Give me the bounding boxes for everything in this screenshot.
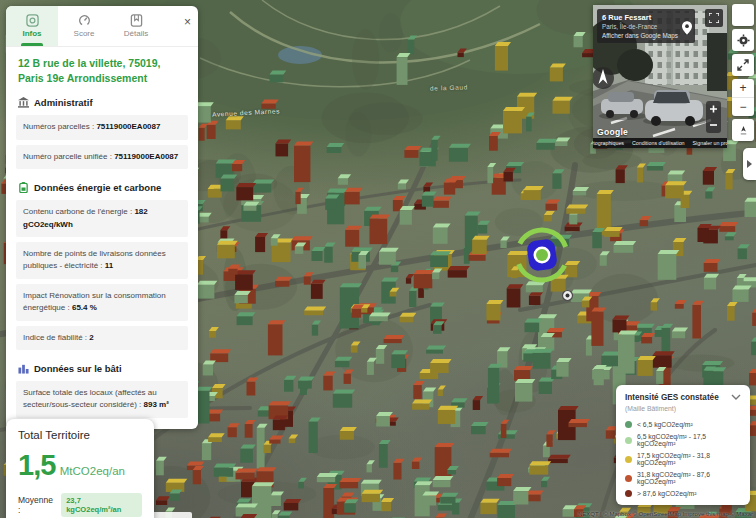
total-title: Total Territoire (18, 429, 142, 441)
map-toolbar: + − (732, 4, 754, 141)
street-view-panel[interactable]: 6 Rue Fessart Paris, Île-de-France Affic… (593, 5, 727, 148)
tab-infos[interactable]: Infos (6, 6, 58, 46)
tab-score[interactable]: Score (58, 6, 110, 46)
location-pin-icon (682, 21, 692, 35)
battery-energy-icon (18, 182, 29, 193)
data-row: Numéro parcelle unifiée : 75119000EA0087 (16, 145, 188, 169)
row-value: 75119000EA0087 (96, 122, 160, 131)
address-title: 12 B rue de la villette, 75019, Paris 19… (6, 47, 198, 89)
geolocate-button[interactable] (732, 29, 754, 51)
street-view-compass[interactable] (593, 67, 614, 89)
map-attribution: NEXQT | © Mapbox © OpenStreetMap Improve… (578, 511, 753, 517)
legend-color-dot (625, 475, 632, 482)
zoom-control: + − (732, 79, 754, 116)
chevron-down-icon[interactable] (731, 393, 741, 401)
open-in-google-maps-link[interactable]: Afficher dans Google Maps (602, 32, 681, 39)
infos-icon (26, 14, 39, 27)
section-energie-carbone: Données énergie et carbone (6, 174, 198, 195)
total-value: 1,5 (18, 449, 55, 481)
legend-color-dot (625, 437, 632, 444)
tab-label: Détails (124, 29, 148, 38)
legend-panel: Intensité GES constatée (Maille Bâtiment… (616, 385, 750, 505)
target-icon (737, 34, 750, 47)
street-view-region: Paris, Île-de-France (602, 23, 681, 30)
legend-color-dot (625, 456, 632, 463)
legend-item-label: > 87,6 kgCO2eq/m² (637, 490, 697, 497)
street-view-zoom-control[interactable] (706, 101, 721, 133)
street-view-marker[interactable] (505, 218, 579, 292)
data-row: Nombre de points de livraisons données p… (16, 242, 188, 279)
buildings-chart-icon (18, 363, 29, 374)
compass-needle-icon (738, 125, 749, 136)
zoom-in-button[interactable]: + (732, 79, 754, 98)
chevron-right-icon (747, 160, 752, 168)
street-view-point-icon[interactable] (561, 289, 574, 302)
zoom-out-button[interactable]: − (732, 98, 754, 116)
legend-item-label: 17,5 kgCO2eq/m² - 31,8 kgCO2eq/m² (637, 452, 741, 466)
section-label: Administratif (34, 97, 93, 108)
legend-item: 31,8 kgCO2eq/m² - 87,6 kgCO2eq/m² (625, 471, 741, 485)
row-label: Contenu carbone de l'énergie : (23, 207, 132, 216)
data-row: Numéros parcelles : 75119000EA0087 (16, 115, 188, 139)
row-label: Nombre de points de livraisons données p… (23, 249, 166, 270)
row-label: Indice de fiabilité : (23, 333, 87, 342)
data-row: Indice de fiabilité : 2 (16, 326, 188, 350)
terms-link[interactable]: Conditions d'utilisation (632, 140, 685, 146)
legend-item: 17,5 kgCO2eq/m² - 31,8 kgCO2eq/m² (625, 452, 741, 466)
tab-label: Score (74, 29, 95, 38)
section-bati: Données sur le bâti (6, 355, 198, 376)
section-label: Données énergie et carbone (34, 182, 161, 193)
info-panel: Infos Score Détails × 12 B rue de la vil… (6, 6, 198, 429)
row-label: Numéros parcelles : (23, 122, 94, 131)
street-view-header: 6 Rue Fessart Paris, Île-de-France Affic… (597, 9, 695, 43)
panel-expand-button[interactable] (743, 148, 756, 180)
score-gauge-icon (78, 14, 91, 27)
row-label: Numéro parcelle unifiée : (23, 152, 112, 161)
street-view-fullscreen-button[interactable] (705, 9, 723, 27)
street-label: de la Gaud (430, 83, 468, 91)
total-territoire-card: Total Territoire 1,5 MtCO2eq/an Moyenne … (6, 419, 154, 518)
tab-details[interactable]: Détails (110, 6, 162, 46)
row-value: 65.4 % (72, 303, 97, 312)
row-value: 893 m² (144, 400, 169, 409)
details-bookmark-icon (130, 14, 143, 27)
fullscreen-map-button[interactable] (732, 54, 754, 76)
data-row: Impact Rénovation sur la consommation én… (16, 284, 188, 321)
tab-label: Infos (22, 29, 41, 38)
section-administratif: Administratif (6, 89, 198, 110)
street-view-terms-bar: cartographiques Conditions d'utilisation… (593, 138, 727, 148)
terms-link[interactable]: cartographiques (593, 140, 624, 146)
data-row: Surface totale des locaux (affectés au s… (16, 381, 188, 418)
fullscreen-icon (709, 13, 719, 23)
moyenne-label: Moyenne : (18, 495, 57, 515)
legend-color-dot (625, 421, 632, 428)
row-label: Surface totale des locaux (affectés au s… (23, 388, 157, 409)
legend-title: Intensité GES constatée (625, 393, 719, 403)
legend-item: < 6,5 kgCO2eq/m² (625, 421, 741, 428)
legend-item: 6,5 kgCO2eq/m² - 17,5 kgCO2eq/m² (625, 433, 741, 447)
total-unit: MtCO2eq/an (60, 465, 125, 477)
legend-item-label: < 6,5 kgCO2eq/m² (637, 421, 693, 428)
map-tool-button-top[interactable] (732, 4, 754, 26)
google-logo: Google (597, 127, 628, 137)
moyenne-badge: 23,7 kgCO2eq/m²/an (61, 493, 142, 517)
row-value: 11 (105, 261, 113, 270)
terms-link[interactable]: Signaler un problème (693, 140, 727, 146)
expand-arrows-icon (737, 59, 749, 71)
legend-item-label: 31,8 kgCO2eq/m² - 87,6 kgCO2eq/m² (637, 471, 741, 485)
section-label: Données sur le bâti (34, 363, 122, 374)
tilt-compass-button[interactable] (732, 119, 754, 141)
legend-item: > 87,6 kgCO2eq/m² (625, 490, 741, 497)
row-value: 75119000EA0087 (114, 152, 178, 161)
street-view-address: 6 Rue Fessart (602, 13, 681, 22)
data-row: Contenu carbone de l'énergie : 182 gCO2e… (16, 200, 188, 237)
bank-icon (18, 97, 29, 108)
legend-item-label: 6,5 kgCO2eq/m² - 17,5 kgCO2eq/m² (637, 433, 741, 447)
legend-subtitle: (Maille Bâtiment) (625, 405, 719, 412)
close-icon[interactable]: × (184, 16, 191, 28)
panel-tabs: Infos Score Détails × (6, 6, 198, 47)
app-window: Avenue des Marnes de la Gaud NEXQT | © M… (0, 0, 756, 518)
row-value: 2 (89, 333, 93, 342)
legend-color-dot (625, 490, 632, 497)
